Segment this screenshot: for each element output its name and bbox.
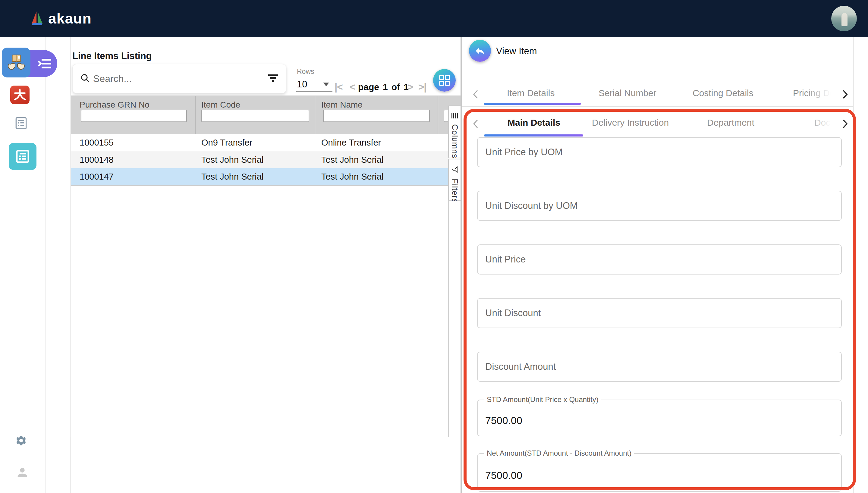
hands-holding-box-icon [6, 52, 26, 73]
menu-open-icon [38, 58, 52, 70]
back-arrow-icon [474, 45, 486, 57]
cell-grn: 1000148 [80, 155, 114, 165]
column-header-purchase-grn-no[interactable]: Purchase GRN No [80, 100, 150, 110]
table-row[interactable]: 1000155 On9 Transfer Online Transfer [71, 134, 461, 151]
rows-select-underline [296, 91, 332, 92]
column-divider [314, 96, 315, 134]
column-divider [195, 96, 196, 134]
field-label: Unit Price [485, 254, 526, 265]
sidebar [0, 37, 46, 493]
screen: akaun [0, 0, 868, 493]
dai-character-icon [13, 88, 26, 102]
field-label: Unit Discount [485, 308, 541, 319]
tabs-scroll-left-icon[interactable] [472, 89, 479, 101]
detail-scroll-gutter [853, 37, 853, 493]
rows-label: Rows [297, 67, 314, 76]
tabs-scroll-right-icon[interactable] [841, 89, 849, 101]
sidebar-item-line-items-active[interactable] [9, 143, 37, 170]
subtabs-scroll-left-icon[interactable] [472, 119, 479, 130]
chevron-down-icon[interactable] [323, 82, 330, 88]
sidebar-item-listing-inactive[interactable] [15, 116, 27, 130]
tab-item-details[interactable]: Item Details [507, 88, 555, 98]
akaun-triangle-icon [30, 10, 44, 27]
unit-discount-by-uom-field[interactable]: Unit Discount by UOM [477, 191, 842, 221]
table-header: Purchase GRN No Item Code Item Name [71, 95, 461, 135]
cell-grn: 1000155 [80, 138, 114, 148]
brand-logo[interactable]: akaun [30, 10, 92, 27]
table-row-selected[interactable]: 1000147 Test John Serial Test John Seria… [71, 168, 461, 185]
previous-page-button[interactable]: < [350, 81, 355, 93]
field-label: Unit Discount by UOM [485, 200, 578, 211]
tab-fade [805, 84, 842, 106]
listing-panel-border [70, 37, 70, 493]
column-header-item-code[interactable]: Item Code [201, 100, 240, 110]
net-amount-field[interactable]: Net Amount(STD Amount - Discount Amount)… [477, 453, 842, 492]
subtabs-scroll-right-icon[interactable] [841, 119, 849, 130]
line-items-table: Purchase GRN No Item Code Item Name 1000… [71, 95, 461, 437]
field-label: Net Amount(STD Amount - Discount Amount) [484, 449, 634, 457]
filters-rail-label: Filters [450, 179, 459, 203]
cell-item-code: Test John Serial [201, 172, 263, 182]
field-label: Unit Price by UOM [485, 147, 563, 157]
cell-item-code: Test John Serial [201, 155, 263, 165]
brand-name: akaun [48, 10, 92, 27]
filters-rail-tab[interactable]: Filters [448, 159, 460, 201]
cell-item-name: Test John Serial [321, 172, 383, 182]
unit-price-field[interactable]: Unit Price [477, 244, 842, 275]
tab-costing-details[interactable]: Costing Details [693, 88, 754, 98]
std-amount-field[interactable]: STD Amount(Unit Price x Quantity) 7500.0… [477, 400, 842, 436]
sidebar-item-inventory-app[interactable] [2, 48, 30, 78]
sidebar-item-dai-app[interactable] [10, 86, 29, 104]
grid-view-button[interactable] [433, 69, 456, 92]
column-divider [438, 96, 438, 134]
table-row[interactable]: 1000148 Test John Serial Test John Seria… [71, 151, 461, 168]
field-value: 7500.00 [485, 415, 522, 426]
rail-track [448, 201, 461, 437]
cell-grn: 1000147 [80, 172, 114, 182]
profile-person-icon[interactable] [15, 466, 29, 479]
subtab-delivery-instruction[interactable]: Delivery Instruction [592, 117, 669, 128]
last-page-button[interactable]: >| [418, 81, 427, 93]
column-filter-input-grn[interactable] [81, 110, 187, 122]
field-label: Discount Amount [485, 361, 556, 372]
row-divider [71, 185, 461, 186]
subtab-department[interactable]: Department [707, 117, 754, 128]
rows-per-page-select[interactable]: 10 [297, 79, 307, 90]
column-header-item-name[interactable]: Item Name [321, 100, 363, 110]
column-filter-input-code[interactable] [201, 110, 309, 122]
back-button[interactable] [469, 40, 491, 62]
subtab-main-details[interactable]: Main Details [507, 117, 560, 128]
first-page-button[interactable]: |< [334, 81, 343, 93]
next-page-button[interactable]: > [408, 81, 413, 93]
detail-title: View Item [496, 46, 537, 57]
column-filter-input-name[interactable] [323, 110, 430, 122]
active-subtab-underline [484, 134, 583, 136]
cell-item-name: Online Transfer [321, 138, 381, 148]
cell-item-code: On9 Transfer [201, 138, 252, 148]
tab-serial-number[interactable]: Serial Number [599, 88, 656, 98]
page-title: Line Items Listing [72, 51, 152, 62]
top-bar: akaun [0, 0, 868, 37]
user-avatar[interactable] [831, 6, 857, 31]
filter-list-icon[interactable] [268, 74, 278, 83]
field-label: STD Amount(Unit Price x Quantity) [484, 395, 601, 404]
page-indicator: page1 of1 [358, 82, 409, 92]
unit-price-by-uom-field[interactable]: Unit Price by UOM [477, 137, 842, 167]
search-box [72, 64, 286, 93]
tab-fade [805, 114, 842, 135]
cell-item-name: Test John Serial [321, 155, 383, 165]
search-icon [80, 73, 90, 84]
columns-rail-label: Columns [450, 124, 459, 158]
settings-gear-icon[interactable] [15, 434, 27, 447]
columns-rail-tab[interactable]: Columns [448, 105, 460, 158]
columns-icon [451, 113, 458, 120]
search-input[interactable] [92, 73, 268, 85]
field-value: 7500.00 [485, 470, 522, 481]
filter-funnel-icon [451, 166, 458, 174]
active-tab-underline [484, 103, 581, 105]
discount-amount-field[interactable]: Discount Amount [477, 352, 842, 382]
unit-discount-field[interactable]: Unit Discount [477, 298, 842, 328]
secondary-tab-strip: Main Details Delivery Instruction Depart… [462, 114, 853, 135]
